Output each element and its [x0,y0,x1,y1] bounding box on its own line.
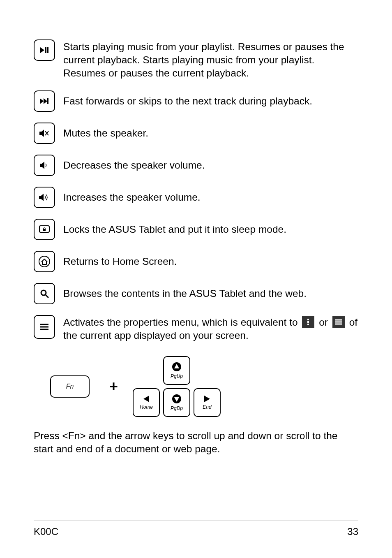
mute-key-icon [34,123,55,144]
overflow-dots-icon [302,316,314,328]
svg-point-13 [39,256,50,267]
svg-rect-20 [307,321,309,323]
play-pause-key-icon [34,39,55,61]
svg-marker-0 [40,47,44,53]
fn-label: Fn [66,383,74,390]
fn-key-icon: Fn [50,375,90,398]
overflow-lines-icon [332,316,345,328]
svg-marker-30 [204,396,210,402]
next-track-desc: Fast forwards or skips to the next track… [63,90,312,112]
plus-icon: + [109,378,118,395]
svg-marker-27 [143,396,149,402]
home-desc: Returns to Home Screen. [63,251,177,272]
svg-marker-10 [39,194,44,201]
menu-desc-middle: or [319,317,331,328]
search-key-icon [34,283,55,304]
svg-rect-5 [47,98,48,104]
arrow-right-key-icon: End [194,388,221,417]
svg-marker-3 [40,98,44,104]
arrow-left-key-icon: Home [133,388,160,417]
arrow-down-sublabel: PgDp [171,405,183,411]
fn-arrow-desc: Press <Fn> and the arrow keys to scroll … [34,429,358,456]
svg-marker-9 [40,162,44,169]
lock-desc: Locks the ASUS Tablet and put it into sl… [63,219,286,240]
menu-key-icon [34,315,55,339]
next-track-key-icon [34,90,55,112]
arrow-up-key-icon: PgUp [163,356,190,385]
search-desc: Browses the contents in the ASUS Tablet … [63,283,307,304]
svg-rect-19 [307,319,309,320]
svg-rect-2 [47,47,48,53]
volume-down-key-icon [34,155,55,176]
volume-down-desc: Decreases the speaker volume. [63,155,205,176]
lock-key-icon [34,219,55,240]
footer-model: K00C [34,526,58,537]
arrow-right-sublabel: End [203,404,211,410]
svg-rect-21 [307,324,309,325]
menu-desc-before: Activates the properties menu, which is … [63,317,300,328]
fn-arrow-diagram: Fn + PgUp Home PgDp End [50,356,358,417]
arrow-left-sublabel: Home [140,404,153,410]
arrow-down-key-icon: PgDp [163,388,190,417]
svg-rect-1 [45,47,46,53]
svg-rect-12 [43,229,46,231]
menu-desc: Activates the properties menu, which is … [63,315,358,342]
svg-marker-4 [44,98,47,104]
arrow-up-sublabel: PgUp [171,373,183,379]
volume-up-key-icon [34,187,55,208]
home-key-icon [34,251,55,272]
svg-line-15 [46,295,48,297]
play-pause-desc: Starts playing music from your playlist.… [63,39,358,80]
footer-page-number: 33 [347,526,358,537]
mute-desc: Mutes the speaker. [63,123,148,144]
volume-up-desc: Increases the speaker volume. [63,187,201,208]
svg-marker-6 [39,130,44,137]
